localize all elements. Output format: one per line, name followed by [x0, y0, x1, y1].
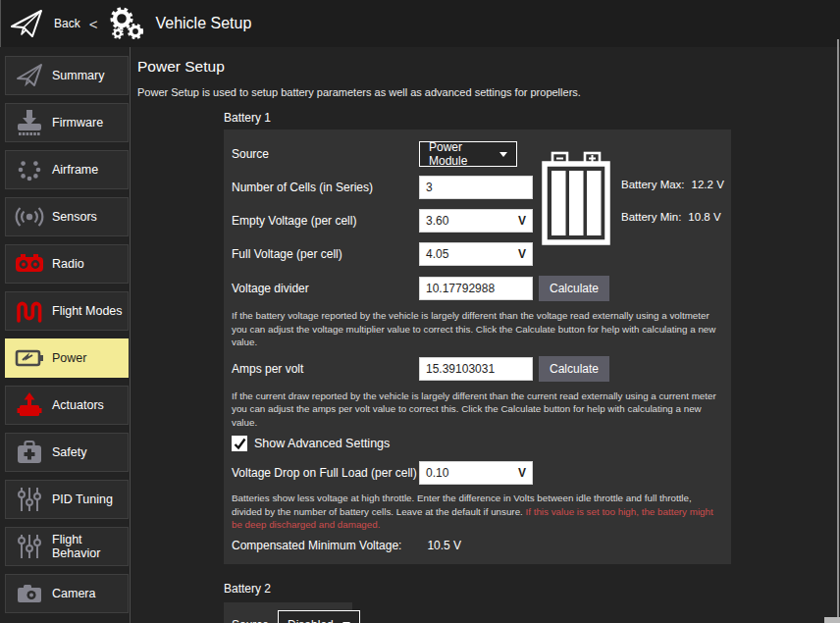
page-title: Power Setup: [137, 58, 840, 76]
sidebar-item-power[interactable]: Power: [5, 338, 129, 378]
sensors-signal-icon: [15, 202, 44, 232]
show-advanced-settings-row[interactable]: Show Advanced Settings: [232, 436, 723, 451]
tuning-sliders-icon: [15, 485, 44, 514]
power-setup-page: Power Setup Power Setup is used to setup…: [131, 47, 840, 623]
sidebar-item-label: Firmware: [52, 116, 103, 130]
camera-icon: [15, 579, 44, 608]
sidebar-item-radio[interactable]: Radio: [5, 244, 129, 284]
sidebar-item-label: Summary: [52, 69, 104, 82]
amps-per-volt-help-text: If the current draw reported by the vehi…: [232, 389, 724, 430]
battery2-source-value: Disabled: [288, 618, 334, 623]
chevron-down-icon: [499, 152, 507, 157]
full-voltage-value: 4.05: [426, 247, 448, 261]
battery-min-value: 10.8 V: [688, 211, 720, 223]
flight-modes-wave-icon: [15, 296, 44, 326]
empty-voltage-input[interactable]: 3.60 V: [419, 209, 533, 233]
battery1-panel: Source Power Module Number of Cells (in …: [224, 130, 731, 564]
show-advanced-checkbox[interactable]: [232, 436, 247, 451]
actuators-motor-icon: [15, 390, 44, 420]
top-toolbar: Back < Vehicle Setup: [0, 0, 840, 47]
setup-sidebar: Summary Firmware: [0, 47, 131, 623]
battery-max-value: 12.2 V: [692, 179, 724, 190]
battery-min-label: Battery Min:: [621, 211, 681, 223]
scrollbar-corner: [824, 617, 840, 623]
checkmark-icon: [234, 438, 246, 450]
cells-value: 3: [426, 181, 433, 194]
source-label: Source: [232, 147, 419, 161]
sidebar-item-label: Sensors: [52, 210, 97, 224]
cells-input[interactable]: 3: [419, 176, 533, 199]
battery2-heading: Battery 2: [224, 582, 840, 596]
voltage-divider-label: Voltage divider: [232, 282, 419, 295]
voltage-drop-label: Voltage Drop on Full Load (per cell): [232, 466, 419, 480]
battery2-panel: Source Disabled: [224, 602, 352, 623]
battery2-source-dropdown[interactable]: Disabled: [278, 610, 360, 623]
full-voltage-input[interactable]: 4.05 V: [419, 242, 533, 266]
full-voltage-label: Full Voltage (per cell): [232, 247, 419, 261]
firmware-download-icon: [15, 108, 44, 137]
page-header-title: Vehicle Setup: [155, 15, 251, 32]
cells-label: Number of Cells (in Series): [232, 181, 419, 194]
sidebar-item-label: Actuators: [52, 398, 104, 412]
power-battery-icon: [15, 343, 44, 373]
vertical-scrollbar[interactable]: [837, 39, 839, 623]
volt-unit: V: [518, 466, 526, 480]
volt-unit: V: [518, 247, 526, 261]
page-description: Power Setup is used to setup battery par…: [137, 86, 840, 98]
sidebar-item-label: Power: [52, 351, 86, 365]
amps-per-volt-value: 15.39103031: [426, 362, 495, 376]
battery1-heading: Battery 1: [224, 111, 840, 125]
sidebar-item-label: Safety: [52, 445, 86, 459]
summary-plane-icon: [15, 61, 44, 90]
show-advanced-label: Show Advanced Settings: [254, 437, 390, 450]
tuning-sliders-icon: [15, 532, 44, 561]
vehicle-setup-gears-icon: [106, 5, 147, 42]
amps-per-volt-calculate-button[interactable]: Calculate: [539, 356, 609, 382]
voltage-drop-value: 0.10: [426, 466, 448, 480]
sidebar-item-flight-behavior[interactable]: Flight Behavior: [5, 527, 129, 566]
battery1-source-dropdown[interactable]: Power Module: [419, 141, 517, 167]
amps-per-volt-input[interactable]: 15.39103031: [419, 357, 533, 381]
battery-max-label: Battery Max:: [621, 179, 685, 190]
battery-min-row: Battery Min: 10.8 V: [621, 211, 724, 223]
sidebar-item-airframe[interactable]: Airframe: [5, 150, 129, 189]
compensated-min-label: Compensated Minimum Voltage:: [232, 539, 401, 552]
radio-receiver-icon: [15, 249, 44, 279]
airframe-dots-icon: [15, 155, 44, 184]
voltage-divider-help-text: If the battery voltage reported by the v…: [232, 309, 724, 349]
sidebar-item-label: Camera: [52, 587, 95, 600]
voltage-divider-value: 10.17792988: [426, 282, 495, 295]
sidebar-item-label: Flight Behavior: [52, 533, 128, 560]
sidebar-item-safety[interactable]: Safety: [5, 433, 129, 472]
sidebar-item-label: Flight Modes: [52, 304, 123, 318]
sidebar-item-summary[interactable]: Summary: [5, 56, 129, 95]
sidebar-item-actuators[interactable]: Actuators: [5, 386, 129, 425]
sidebar-item-label: PID Tuning: [52, 493, 113, 506]
back-chevron-icon: <: [89, 16, 98, 32]
voltage-divider-input[interactable]: 10.17792988: [419, 277, 533, 300]
battery2-source-label: Source: [232, 618, 269, 623]
battery-max-row: Battery Max: 12.2 V: [621, 179, 724, 190]
sidebar-item-sensors[interactable]: Sensors: [5, 197, 129, 236]
sidebar-item-camera[interactable]: Camera: [5, 574, 129, 613]
sidebar-item-firmware[interactable]: Firmware: [5, 103, 129, 142]
compensated-minimum-voltage-row: Compensated Minimum Voltage: 10.5 V: [232, 539, 723, 552]
voltage-drop-input[interactable]: 0.10 V: [419, 461, 533, 485]
empty-voltage-value: 3.60: [426, 214, 448, 228]
sidebar-item-pid-tuning[interactable]: PID Tuning: [5, 480, 129, 519]
sidebar-item-label: Radio: [52, 257, 84, 271]
volt-unit: V: [518, 214, 526, 228]
amps-per-volt-label: Amps per volt: [232, 362, 419, 376]
back-button[interactable]: Back: [54, 17, 80, 30]
battery-cells-icon: [541, 150, 611, 246]
app-logo-plane-icon: [9, 8, 44, 39]
sidebar-item-flight-modes[interactable]: Flight Modes: [5, 291, 129, 331]
empty-voltage-label: Empty Voltage (per cell): [232, 214, 419, 228]
voltage-divider-calculate-button[interactable]: Calculate: [539, 276, 609, 301]
compensated-min-value: 10.5 V: [427, 539, 461, 552]
sidebar-item-label: Airframe: [52, 163, 98, 177]
battery-visual-block: Battery Max: 12.2 V Battery Min: 10.8 V: [541, 150, 724, 246]
safety-firstaid-icon: [15, 438, 44, 467]
voltage-drop-help-text: Batteries show less voltage at high thro…: [232, 492, 724, 532]
battery1-source-value: Power Module: [429, 140, 491, 168]
